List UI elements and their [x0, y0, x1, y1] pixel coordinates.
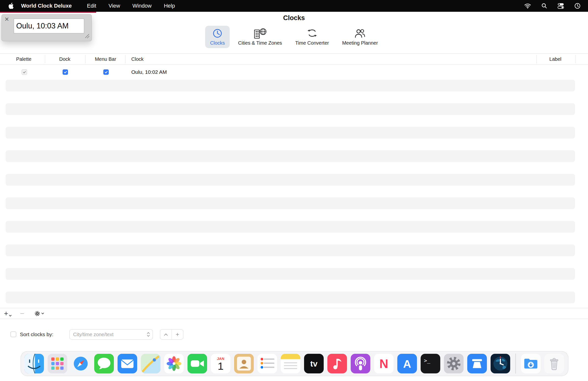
- empty-rows-area: [6, 80, 575, 315]
- menu-help[interactable]: Help: [164, 3, 175, 9]
- clock-table-row[interactable]: Oulu, 10:02 AM: [0, 64, 588, 80]
- dock: JAN 1 tv: [21, 351, 568, 376]
- contacts-dock-icon[interactable]: [234, 354, 254, 373]
- keynote-dock-icon[interactable]: [467, 354, 487, 373]
- control-center-icon[interactable]: [558, 3, 564, 9]
- news-letter: N: [379, 357, 388, 371]
- menubar-app-name[interactable]: World Clock Deluxe: [21, 3, 72, 9]
- remove-clock-button[interactable]: −: [20, 310, 24, 317]
- sort-clocks-checkbox[interactable]: [11, 331, 16, 337]
- column-divider: [575, 55, 575, 63]
- tab-clocks-label: Clocks: [210, 40, 225, 46]
- reminders-dock-icon[interactable]: [257, 354, 277, 373]
- messages-dock-icon[interactable]: [94, 354, 114, 373]
- empty-row: [6, 197, 575, 209]
- calendar-day: 1: [218, 360, 224, 372]
- column-header-palette: Palette: [16, 54, 31, 64]
- sort-criteria-value: City/time zone/text: [73, 332, 114, 337]
- empty-row: [6, 291, 575, 303]
- downloads-dock-icon[interactable]: [521, 354, 541, 373]
- spotlight-search-icon[interactable]: [541, 3, 547, 9]
- system-settings-dock-icon[interactable]: [444, 354, 463, 373]
- wifi-icon[interactable]: [524, 3, 531, 9]
- mail-dock-icon[interactable]: [118, 354, 137, 373]
- finder-dock-icon[interactable]: [24, 354, 44, 373]
- menu-window[interactable]: Window: [132, 3, 151, 9]
- dock-separator: [515, 354, 516, 374]
- time-converter-tab-icon: [307, 28, 318, 39]
- column-divider: [85, 55, 85, 63]
- photos-dock-icon[interactable]: [164, 354, 184, 373]
- palette-checkbox[interactable]: [21, 69, 27, 75]
- menubar-clock-icon[interactable]: [574, 3, 581, 9]
- sort-bar: Sort clocks by: City/time zone/text +: [0, 329, 588, 340]
- menu-view[interactable]: View: [108, 3, 120, 9]
- column-header-label: Label: [549, 54, 562, 64]
- menu-bar: World Clock Deluxe Edit View Window Help: [0, 0, 588, 12]
- clock-palette-window[interactable]: × Oulu, 10:03 AM: [1, 14, 92, 41]
- app-store-letter: A: [403, 358, 411, 370]
- dock-checkbox[interactable]: [63, 69, 68, 75]
- palette-accent-strip: [0, 12, 96, 13]
- app-store-dock-icon[interactable]: A: [397, 354, 417, 373]
- menubar-menus: Edit View Window Help: [87, 3, 175, 9]
- palette-resize-handle[interactable]: [84, 33, 90, 39]
- sort-clocks-label: Sort clocks by:: [20, 329, 54, 340]
- column-divider: [45, 55, 45, 63]
- chevron-down-icon: [9, 315, 12, 317]
- collapse-button[interactable]: [160, 329, 171, 339]
- add-sort-button[interactable]: +: [171, 329, 183, 339]
- tab-time-converter-label: Time Converter: [295, 40, 329, 46]
- add-clock-button[interactable]: +: [4, 310, 12, 317]
- empty-row: [6, 268, 575, 280]
- music-dock-icon[interactable]: [327, 354, 347, 373]
- tv-label: tv: [310, 359, 317, 368]
- gear-icon: [34, 310, 41, 317]
- maps-dock-icon[interactable]: [141, 354, 161, 373]
- column-header-menu-bar: Menu Bar: [95, 54, 116, 64]
- empty-row: [6, 103, 575, 115]
- world-clock-deluxe-dock-icon[interactable]: [491, 354, 510, 373]
- apple-tv-dock-icon[interactable]: tv: [304, 354, 324, 373]
- terminal-dock-icon[interactable]: >_: [421, 354, 440, 373]
- column-divider: [536, 55, 537, 63]
- calendar-dock-icon[interactable]: JAN 1: [211, 354, 231, 373]
- news-dock-icon[interactable]: N: [374, 354, 394, 373]
- tab-clocks[interactable]: Clocks: [205, 26, 230, 48]
- palette-close-icon[interactable]: ×: [5, 16, 9, 23]
- column-divider: [125, 55, 126, 63]
- menu-bar-checkbox[interactable]: [103, 69, 109, 75]
- tab-cities-time-zones-label: Cities & Time Zones: [238, 40, 282, 46]
- launchpad-dock-icon[interactable]: [48, 354, 67, 373]
- chevron-down-icon: [41, 312, 44, 315]
- empty-row: [6, 245, 575, 256]
- clock-table-header: Palette Dock Menu Bar Clock Label: [0, 54, 588, 65]
- cities-time-zones-tab-icon: [253, 28, 267, 39]
- empty-row: [6, 174, 575, 186]
- actions-gear-button[interactable]: [34, 310, 44, 317]
- notes-dock-icon[interactable]: [281, 354, 300, 373]
- sort-mini-buttons: +: [160, 329, 183, 340]
- sort-criteria-popup[interactable]: City/time zone/text: [69, 329, 153, 340]
- trash-dock-icon[interactable]: [544, 354, 564, 373]
- column-header-dock: Dock: [59, 54, 70, 64]
- tab-time-converter[interactable]: Time Converter: [290, 26, 334, 48]
- safari-dock-icon[interactable]: [71, 354, 91, 373]
- clocks-tab-icon: [212, 28, 223, 39]
- tab-cities-time-zones[interactable]: Cities & Time Zones: [233, 26, 287, 48]
- clock-name-cell[interactable]: Oulu, 10:02 AM: [131, 64, 167, 80]
- popup-stepper-icon: [147, 331, 150, 337]
- terminal-prompt: >_: [424, 358, 430, 363]
- menu-edit[interactable]: Edit: [87, 3, 96, 9]
- palette-clock-field[interactable]: Oulu, 10:03 AM: [14, 19, 84, 33]
- facetime-dock-icon[interactable]: [188, 354, 207, 373]
- tab-meeting-planner[interactable]: Meeting Planner: [337, 26, 383, 48]
- tab-meeting-planner-label: Meeting Planner: [342, 40, 378, 46]
- podcasts-dock-icon[interactable]: [351, 354, 370, 373]
- empty-row: [6, 80, 575, 92]
- list-toolbar: + −: [0, 308, 588, 319]
- meeting-planner-tab-icon: [354, 28, 366, 39]
- apple-menu-icon[interactable]: [8, 3, 14, 9]
- chevron-up-icon: [164, 333, 168, 336]
- empty-row: [6, 127, 575, 138]
